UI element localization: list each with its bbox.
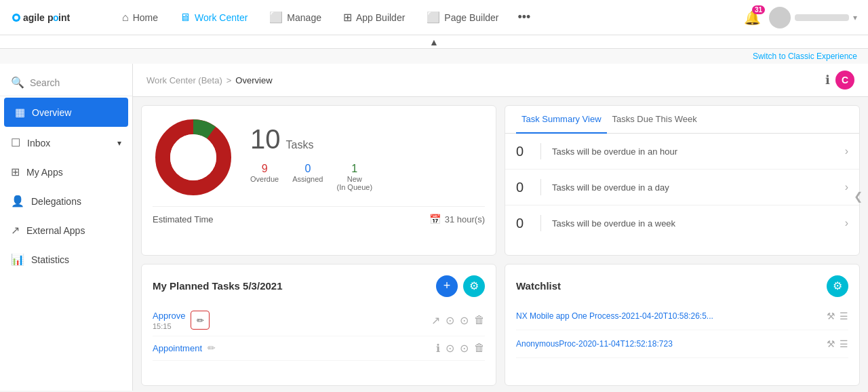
breadcrumb-parent[interactable]: Work Center (Beta) <box>146 75 222 85</box>
planned-settings-button[interactable]: ⚙ <box>463 275 485 297</box>
task-name[interactable]: Approve <box>153 311 185 321</box>
home-icon: ⌂ <box>122 12 129 24</box>
nav-workcenter-label: Work Center <box>195 12 248 23</box>
user-name <box>795 14 849 21</box>
new-label: New <box>336 175 372 183</box>
manage-icon: ⬜ <box>269 11 283 24</box>
row-arrow-icon[interactable]: › <box>845 145 848 157</box>
external-link-icon[interactable]: ↗ <box>431 314 440 327</box>
estimated-value: 📅 31 hour(s) <box>429 214 485 224</box>
planned-tasks-card: My Planned Tasks 5/3/2021 + ⚙ Approve 15… <box>141 264 496 387</box>
watchlist-icons: ⚒ ☰ <box>827 338 848 349</box>
content-grid: 10 Tasks 9 Overdue 0 Assigned <box>133 97 868 391</box>
task-edit-icon[interactable]: ✏ <box>208 342 216 353</box>
watchlist-link[interactable]: NX Mobile app One Process-2021-04-20T10:… <box>516 311 821 321</box>
task-info: Approve 15:15 <box>153 311 185 330</box>
overdue-hour-count: 0 <box>516 144 530 159</box>
list-icon[interactable]: ☰ <box>840 338 848 349</box>
more-menu-button[interactable]: ••• <box>513 7 536 27</box>
sidebar-item-label: Delegations <box>31 196 81 207</box>
breadcrumb-icons: ℹ C <box>825 71 854 90</box>
fork-icon[interactable]: ⚒ <box>827 338 835 349</box>
delete-icon[interactable]: 🗑 <box>474 314 485 326</box>
delete-icon[interactable]: 🗑 <box>474 342 485 354</box>
sidebar-item-my-apps[interactable]: ⊞ My Apps <box>0 157 132 187</box>
svg-text:agile: agile <box>23 12 45 23</box>
tab-tasks-due[interactable]: Tasks Due This Week <box>607 106 703 134</box>
user-circle[interactable]: C <box>835 71 854 90</box>
chevron-up-icon[interactable]: ▲ <box>429 37 439 47</box>
svg-point-8 <box>170 134 216 180</box>
collapse-sidebar-icon[interactable]: ❮ <box>848 184 868 208</box>
user-menu[interactable]: ▾ <box>769 7 857 28</box>
assigned-badge: 0 Assigned <box>292 163 323 191</box>
overdue-day-count: 0 <box>516 180 530 195</box>
divider <box>540 215 541 231</box>
list-item: Approve 15:15 ✏ ↗ ⊙ ⊙ 🗑 <box>153 305 485 336</box>
avatar <box>769 7 791 28</box>
notification-button[interactable]: 🔔 31 <box>744 9 761 26</box>
divider <box>540 143 541 159</box>
task-actions: ↗ ⊙ ⊙ 🗑 <box>431 314 485 327</box>
sidebar-item-statistics[interactable]: 📊 Statistics <box>0 245 132 274</box>
sidebar-item-label: My Apps <box>26 167 63 178</box>
task-edit-button[interactable]: ✏ <box>191 311 210 330</box>
svg-point-1 <box>14 16 18 20</box>
divider <box>540 179 541 195</box>
circle-icon[interactable]: ⊙ <box>460 314 469 327</box>
add-task-button[interactable]: + <box>436 275 458 297</box>
sidebar-item-inbox[interactable]: ☐ Inbox ▾ ❮ <box>0 128 132 157</box>
sidebar-inbox-label: Inbox <box>27 138 50 149</box>
breadcrumb-path: Work Center (Beta) > Overview <box>146 75 273 85</box>
new-sub-label: (In Queue) <box>336 183 372 191</box>
search-icon: 🔍 <box>11 76 24 89</box>
task-name[interactable]: Appointment <box>153 343 202 353</box>
info-icon[interactable]: ℹ <box>825 73 830 87</box>
watchlist-header: Watchlist ⚙ <box>516 275 848 297</box>
estimated-hours: 31 hour(s) <box>445 214 485 224</box>
overdue-num: 9 <box>250 163 279 175</box>
assigned-label: Assigned <box>292 175 323 183</box>
external-apps-icon: ↗ <box>11 224 20 237</box>
nav-workcenter[interactable]: 🖥 Work Center <box>172 7 256 28</box>
collapse-bar[interactable]: ▲ <box>0 35 868 49</box>
nav-home[interactable]: ⌂ Home <box>114 7 166 28</box>
nav-pagebuilder[interactable]: ⬜ Page Builder <box>418 7 507 28</box>
sidebar-search[interactable]: 🔍 Search <box>0 69 132 96</box>
logo[interactable]: agile p o int <box>11 8 92 27</box>
row-arrow-icon[interactable]: › <box>845 217 848 229</box>
list-item: AnonymousProc-2020-11-04T12:52:18:723 ⚒ … <box>516 330 848 358</box>
circle-icon[interactable]: ⊙ <box>460 342 469 355</box>
nav-items: ⌂ Home 🖥 Work Center ⬜ Manage ⊞ App Buil… <box>114 7 744 28</box>
tab-task-summary[interactable]: Task Summary View <box>516 106 607 134</box>
overdue-day-desc: Tasks will be overdue in a day <box>552 182 834 193</box>
watchlist-link[interactable]: AnonymousProc-2020-11-04T12:52:18:723 <box>516 339 821 349</box>
monitor-icon: 🖥 <box>180 12 191 24</box>
watchlist-settings-button[interactable]: ⚙ <box>827 275 848 297</box>
tasks-label: Tasks <box>286 139 314 151</box>
fork-icon[interactable]: ⚒ <box>827 311 835 321</box>
nav-manage[interactable]: ⬜ Manage <box>261 7 330 28</box>
list-icon[interactable]: ☰ <box>840 311 848 321</box>
sidebar-item-external-apps[interactable]: ↗ External Apps <box>0 216 132 245</box>
new-num: 1 <box>336 163 372 175</box>
my-apps-icon: ⊞ <box>11 165 20 178</box>
info-small-icon[interactable]: ℹ <box>436 342 440 355</box>
breadcrumb-separator: > <box>226 75 232 85</box>
check-circle-icon[interactable]: ⊙ <box>446 342 454 355</box>
tab-header: Task Summary View Tasks Due This Week <box>505 106 859 134</box>
check-circle-icon[interactable]: ⊙ <box>446 314 454 327</box>
inbox-icon: ☐ <box>11 136 20 149</box>
breadcrumb-current: Overview <box>235 75 272 85</box>
watchlist-title: Watchlist <box>516 280 561 292</box>
switch-classic-link[interactable]: Switch to Classic Experience <box>753 52 857 61</box>
notification-badge: 31 <box>752 5 765 14</box>
task-summary-rows: 0 Tasks will be overdue in an hour › 0 T… <box>505 134 859 241</box>
nav-appbuilder[interactable]: ⊞ App Builder <box>335 7 413 28</box>
sidebar-item-delegations[interactable]: 👤 Delegations <box>0 187 132 216</box>
delegations-icon: 👤 <box>11 195 24 208</box>
main-layout: 🔍 Search ▦ Overview ☐ Inbox ▾ ❮ ⊞ My App… <box>0 64 868 391</box>
sidebar-item-overview[interactable]: ▦ Overview <box>4 98 128 127</box>
watchlist-card: Watchlist ⚙ NX Mobile app One Process-20… <box>505 264 860 387</box>
new-badge: 1 New (In Queue) <box>336 163 372 191</box>
